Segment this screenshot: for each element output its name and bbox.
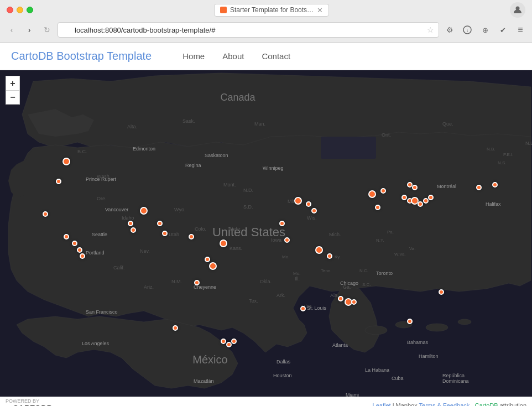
extension-btn-1[interactable]: ⚙ <box>442 23 457 37</box>
cartodb-attribution-link[interactable]: CartoDB <box>474 402 498 407</box>
svg-text:Houston: Houston <box>273 373 292 378</box>
extension-btn-3[interactable]: ⊕ <box>478 23 492 37</box>
terms-link[interactable]: Terms & Feedback <box>419 402 470 407</box>
svg-text:N.L.: N.L. <box>525 140 532 146</box>
tab-close-icon[interactable]: ✕ <box>317 6 323 14</box>
svg-text:Utah: Utah <box>169 232 179 237</box>
svg-text:W.Va.: W.Va. <box>394 252 406 257</box>
svg-rect-4 <box>321 137 376 159</box>
svg-text:Mo.: Mo. <box>293 271 300 276</box>
svg-text:Mazatlán: Mazatlán <box>194 378 214 384</box>
svg-text:Chicago: Chicago <box>340 280 358 286</box>
svg-text:P.E.I.: P.E.I. <box>503 152 514 157</box>
svg-text:N.C.: N.C. <box>359 268 368 273</box>
tab-favicon <box>220 7 227 13</box>
svg-text:Ore.: Ore. <box>97 196 107 201</box>
svg-text:Nev.: Nev. <box>140 248 150 254</box>
svg-text:Ariz.: Ariz. <box>144 284 154 290</box>
svg-text:Halifax: Halifax <box>486 201 501 207</box>
back-button[interactable]: ‹ <box>4 23 19 37</box>
svg-point-7 <box>426 324 448 331</box>
svg-text:S.D.: S.D. <box>243 204 253 210</box>
traffic-lights <box>7 7 33 13</box>
title-bar: Starter Template for Boots… ✕ <box>0 0 532 20</box>
svg-text:Mich.: Mich. <box>329 232 341 237</box>
powered-by-label: POWERED BY <box>6 398 53 404</box>
svg-text:B.C.: B.C. <box>77 149 87 154</box>
svg-text:Ky.: Ky. <box>335 254 341 259</box>
svg-text:Mont.: Mont. <box>223 182 236 188</box>
nav-home[interactable]: Home <box>174 43 213 70</box>
svg-text:Miami: Miami <box>346 392 359 397</box>
address-bar[interactable]: localhost:8080/cartodb-bootstrap-templat… <box>58 22 439 38</box>
svg-point-8 <box>458 319 471 325</box>
svg-text:Edmonton: Edmonton <box>133 146 155 152</box>
tab-title: Starter Template for Boots… <box>230 6 314 14</box>
svg-text:Calif.: Calif. <box>113 265 125 270</box>
maximize-button[interactable] <box>27 7 33 13</box>
attribution-separator: | Mapbox <box>393 402 419 407</box>
svg-text:Colo.: Colo. <box>195 226 206 232</box>
close-button[interactable] <box>7 7 13 13</box>
svg-text:Okla.: Okla. <box>260 279 272 284</box>
zoom-out-button[interactable]: − <box>6 90 20 105</box>
nav-contact[interactable]: Contact <box>253 43 299 70</box>
browser-actions: ⚙ ↓ ⊕ ✔ ≡ <box>442 23 528 37</box>
extension-icon: ↓ <box>463 25 472 34</box>
map-footer: POWERED BY ■ CARTODB Leaflet | Mapbox Te… <box>0 397 532 406</box>
app-brand[interactable]: CartoDB Bootstrap Template <box>11 50 152 63</box>
bookmark-icon[interactable]: ☆ <box>427 25 434 34</box>
forward-button[interactable]: › <box>22 23 36 37</box>
svg-text:Va.: Va. <box>409 246 415 251</box>
svg-text:N.D.: N.D. <box>243 188 253 193</box>
svg-text:Dallas: Dallas <box>277 359 291 365</box>
cartodb-logo: ■ CARTODB <box>6 404 53 406</box>
svg-text:San Francisco: San Francisco <box>86 309 118 315</box>
cartodb-brand: POWERED BY ■ CARTODB <box>6 398 53 406</box>
app-nav: Home About Contact <box>174 43 299 70</box>
minimize-button[interactable] <box>17 7 23 13</box>
svg-text:Hamilton: Hamilton <box>419 353 439 359</box>
svg-point-5 <box>365 326 387 335</box>
svg-text:México: México <box>192 353 227 366</box>
svg-text:Man.: Man. <box>254 121 265 127</box>
leaflet-link[interactable]: Leaflet <box>373 402 391 407</box>
svg-text:Canada: Canada <box>220 92 255 103</box>
svg-text:Saskatoon: Saskatoon <box>205 153 228 158</box>
user-avatar[interactable] <box>510 2 525 18</box>
svg-text:Kans.: Kans. <box>230 246 242 251</box>
extension-btn-2[interactable]: ↓ <box>460 23 474 37</box>
svg-text:Ont.: Ont. <box>382 132 391 138</box>
svg-text:Vancouver: Vancouver <box>105 207 128 212</box>
svg-text:Nebr.: Nebr. <box>230 226 242 232</box>
map-container: Canada United States México B.C. Alta. S… <box>0 70 532 397</box>
svg-text:St. Louis: St. Louis <box>307 305 327 311</box>
svg-text:Ill.: Ill. <box>295 276 300 282</box>
attribution-text: attribution <box>500 402 526 407</box>
tab-area: Starter Template for Boots… ✕ <box>214 4 329 17</box>
svg-text:Atlanta: Atlanta <box>332 342 348 348</box>
svg-text:↓: ↓ <box>466 28 468 33</box>
svg-text:Mo.: Mo. <box>282 254 289 259</box>
zoom-in-button[interactable]: + <box>6 76 20 90</box>
omnibar-row: ‹ › ↻ localhost:8080/cartodb-bootstrap-t… <box>0 20 532 42</box>
svg-text:Dominicana: Dominicana <box>442 378 469 384</box>
svg-text:S.C.: S.C. <box>362 282 371 287</box>
svg-text:Cuba: Cuba <box>392 376 404 381</box>
svg-text:Winnipeg: Winnipeg <box>263 165 284 171</box>
svg-text:Prince Rupert: Prince Rupert <box>86 176 117 182</box>
url-text: localhost:8080/cartodb-bootstrap-templat… <box>75 26 215 34</box>
refresh-button[interactable]: ↻ <box>40 23 54 37</box>
svg-point-6 <box>395 321 412 328</box>
svg-text:Tenn.: Tenn. <box>321 268 332 273</box>
menu-button[interactable]: ≡ <box>513 23 528 37</box>
svg-text:Portland: Portland <box>86 250 105 256</box>
svg-text:Iowa: Iowa <box>271 237 281 243</box>
extension-btn-4[interactable]: ✔ <box>496 23 510 37</box>
powered-by-text: POWERED BY ■ CARTODB <box>6 398 53 406</box>
nav-about[interactable]: About <box>213 43 253 70</box>
svg-text:La Habana: La Habana <box>365 367 389 373</box>
svg-text:Montréal: Montréal <box>437 184 456 189</box>
svg-text:Bahamas: Bahamas <box>407 340 429 345</box>
svg-text:N.M.: N.M. <box>171 279 182 284</box>
